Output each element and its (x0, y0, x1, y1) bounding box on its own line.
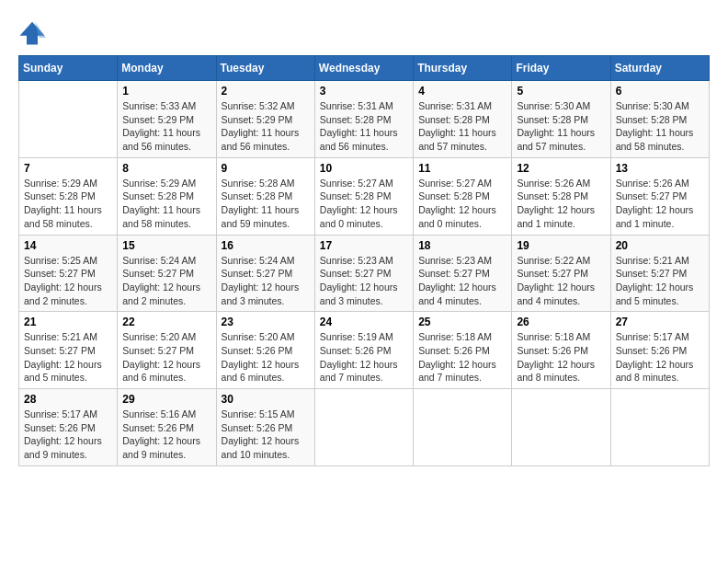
day-info: Sunrise: 5:15 AM Sunset: 5:26 PM Dayligh… (222, 408, 310, 462)
day-info: Sunrise: 5:30 AM Sunset: 5:28 PM Dayligh… (517, 99, 605, 154)
day-number: 7 (24, 162, 112, 175)
day-info: Sunrise: 5:24 AM Sunset: 5:27 PM Dayligh… (122, 254, 210, 308)
calendar-cell: 1Sunrise: 5:33 AM Sunset: 5:29 PM Daylig… (118, 81, 216, 158)
calendar-cell: 5Sunrise: 5:30 AM Sunset: 5:28 PM Daylig… (512, 81, 610, 158)
calendar-cell (512, 389, 610, 466)
calendar-cell: 10Sunrise: 5:27 AM Sunset: 5:28 PM Dayli… (314, 157, 413, 235)
calendar-cell: 16Sunrise: 5:24 AM Sunset: 5:27 PM Dayli… (216, 235, 314, 312)
day-info: Sunrise: 5:31 AM Sunset: 5:28 PM Dayligh… (418, 99, 506, 154)
calendar-week-3: 14Sunrise: 5:25 AM Sunset: 5:27 PM Dayli… (19, 235, 710, 312)
day-number: 13 (616, 162, 704, 175)
weekday-header-wednesday: Wednesday (314, 56, 413, 81)
day-info: Sunrise: 5:32 AM Sunset: 5:29 PM Dayligh… (222, 99, 310, 154)
day-info: Sunrise: 5:19 AM Sunset: 5:26 PM Dayligh… (320, 330, 408, 385)
weekday-header-tuesday: Tuesday (216, 56, 314, 81)
calendar-cell: 14Sunrise: 5:25 AM Sunset: 5:27 PM Dayli… (19, 235, 118, 312)
calendar-week-5: 28Sunrise: 5:17 AM Sunset: 5:26 PM Dayli… (19, 389, 710, 466)
day-info: Sunrise: 5:18 AM Sunset: 5:26 PM Dayligh… (418, 330, 506, 385)
day-number: 6 (616, 85, 704, 98)
day-number: 17 (320, 239, 408, 252)
weekday-header-friday: Friday (512, 56, 610, 81)
day-info: Sunrise: 5:23 AM Sunset: 5:27 PM Dayligh… (320, 254, 408, 308)
day-number: 14 (24, 239, 112, 252)
day-info: Sunrise: 5:28 AM Sunset: 5:28 PM Dayligh… (222, 177, 310, 231)
day-info: Sunrise: 5:21 AM Sunset: 5:27 PM Dayligh… (24, 330, 112, 385)
day-info: Sunrise: 5:27 AM Sunset: 5:28 PM Dayligh… (418, 177, 506, 231)
day-info: Sunrise: 5:17 AM Sunset: 5:26 PM Dayligh… (24, 408, 112, 462)
logo-icon (18, 18, 46, 46)
day-info: Sunrise: 5:26 AM Sunset: 5:28 PM Dayligh… (517, 177, 605, 231)
calendar-cell (610, 389, 709, 466)
calendar-cell: 23Sunrise: 5:20 AM Sunset: 5:26 PM Dayli… (216, 312, 314, 389)
calendar-cell (19, 81, 118, 158)
calendar-cell: 21Sunrise: 5:21 AM Sunset: 5:27 PM Dayli… (19, 312, 118, 389)
calendar-cell: 6Sunrise: 5:30 AM Sunset: 5:28 PM Daylig… (610, 81, 709, 158)
weekday-header-sunday: Sunday (19, 56, 118, 81)
day-info: Sunrise: 5:24 AM Sunset: 5:27 PM Dayligh… (222, 254, 310, 308)
day-info: Sunrise: 5:16 AM Sunset: 5:26 PM Dayligh… (122, 408, 210, 462)
calendar-cell: 28Sunrise: 5:17 AM Sunset: 5:26 PM Dayli… (19, 389, 118, 466)
day-number: 9 (222, 162, 310, 175)
calendar-cell: 19Sunrise: 5:22 AM Sunset: 5:27 PM Dayli… (512, 235, 610, 312)
weekday-header-monday: Monday (118, 56, 216, 81)
day-number: 20 (616, 239, 704, 252)
day-info: Sunrise: 5:18 AM Sunset: 5:26 PM Dayligh… (517, 330, 605, 385)
weekday-header-saturday: Saturday (610, 56, 709, 81)
day-number: 4 (418, 85, 506, 98)
day-number: 15 (122, 239, 210, 252)
calendar-cell: 24Sunrise: 5:19 AM Sunset: 5:26 PM Dayli… (314, 312, 413, 389)
calendar-cell: 2Sunrise: 5:32 AM Sunset: 5:29 PM Daylig… (216, 81, 314, 158)
day-number: 19 (517, 239, 605, 252)
calendar-cell: 7Sunrise: 5:29 AM Sunset: 5:28 PM Daylig… (19, 157, 118, 235)
calendar-cell: 18Sunrise: 5:23 AM Sunset: 5:27 PM Dayli… (414, 235, 512, 312)
calendar-cell (314, 389, 413, 466)
page-header (18, 18, 710, 46)
day-number: 5 (517, 85, 605, 98)
day-number: 10 (320, 162, 408, 175)
weekday-header-row: SundayMondayTuesdayWednesdayThursdayFrid… (19, 56, 710, 81)
day-number: 1 (122, 85, 210, 98)
calendar-cell: 12Sunrise: 5:26 AM Sunset: 5:28 PM Dayli… (512, 157, 610, 235)
calendar-week-4: 21Sunrise: 5:21 AM Sunset: 5:27 PM Dayli… (19, 312, 710, 389)
day-number: 24 (320, 316, 408, 328)
calendar-cell: 3Sunrise: 5:31 AM Sunset: 5:28 PM Daylig… (314, 81, 413, 158)
calendar-cell: 9Sunrise: 5:28 AM Sunset: 5:28 PM Daylig… (216, 157, 314, 235)
calendar-cell: 11Sunrise: 5:27 AM Sunset: 5:28 PM Dayli… (414, 157, 512, 235)
day-number: 22 (122, 316, 210, 328)
day-info: Sunrise: 5:29 AM Sunset: 5:28 PM Dayligh… (24, 177, 112, 231)
calendar-cell: 17Sunrise: 5:23 AM Sunset: 5:27 PM Dayli… (314, 235, 413, 312)
day-number: 21 (24, 316, 112, 328)
day-number: 16 (222, 239, 310, 252)
day-number: 18 (418, 239, 506, 252)
day-number: 28 (24, 393, 112, 406)
calendar-cell: 27Sunrise: 5:17 AM Sunset: 5:26 PM Dayli… (610, 312, 709, 389)
day-number: 30 (222, 393, 310, 406)
day-number: 11 (418, 162, 506, 175)
day-info: Sunrise: 5:26 AM Sunset: 5:27 PM Dayligh… (616, 177, 704, 231)
calendar-cell: 13Sunrise: 5:26 AM Sunset: 5:27 PM Dayli… (610, 157, 709, 235)
day-number: 8 (122, 162, 210, 175)
calendar-cell: 8Sunrise: 5:29 AM Sunset: 5:28 PM Daylig… (118, 157, 216, 235)
calendar-week-2: 7Sunrise: 5:29 AM Sunset: 5:28 PM Daylig… (19, 157, 710, 235)
day-info: Sunrise: 5:17 AM Sunset: 5:26 PM Dayligh… (616, 330, 704, 385)
day-number: 25 (418, 316, 506, 328)
calendar-cell: 4Sunrise: 5:31 AM Sunset: 5:28 PM Daylig… (414, 81, 512, 158)
day-info: Sunrise: 5:20 AM Sunset: 5:27 PM Dayligh… (122, 330, 210, 385)
day-number: 12 (517, 162, 605, 175)
calendar-body: 1Sunrise: 5:33 AM Sunset: 5:29 PM Daylig… (19, 81, 710, 466)
calendar-header: SundayMondayTuesdayWednesdayThursdayFrid… (19, 56, 710, 81)
day-number: 3 (320, 85, 408, 98)
calendar-cell: 22Sunrise: 5:20 AM Sunset: 5:27 PM Dayli… (118, 312, 216, 389)
day-info: Sunrise: 5:25 AM Sunset: 5:27 PM Dayligh… (24, 254, 112, 308)
day-info: Sunrise: 5:22 AM Sunset: 5:27 PM Dayligh… (517, 254, 605, 308)
day-number: 23 (222, 316, 310, 328)
calendar-cell (414, 389, 512, 466)
logo (18, 18, 50, 46)
day-info: Sunrise: 5:23 AM Sunset: 5:27 PM Dayligh… (418, 254, 506, 308)
day-number: 29 (122, 393, 210, 406)
calendar-cell: 15Sunrise: 5:24 AM Sunset: 5:27 PM Dayli… (118, 235, 216, 312)
calendar-cell: 25Sunrise: 5:18 AM Sunset: 5:26 PM Dayli… (414, 312, 512, 389)
calendar-cell: 29Sunrise: 5:16 AM Sunset: 5:26 PM Dayli… (118, 389, 216, 466)
calendar-table: SundayMondayTuesdayWednesdayThursdayFrid… (18, 55, 710, 466)
weekday-header-thursday: Thursday (414, 56, 512, 81)
